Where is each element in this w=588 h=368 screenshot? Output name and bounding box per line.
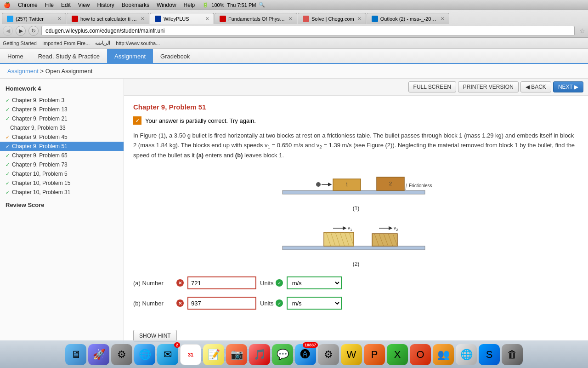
input-b-number[interactable] <box>187 297 256 310</box>
tab-close-fundamentals[interactable]: ✕ <box>288 16 292 21</box>
tab-close-wileyplus[interactable]: ✕ <box>205 16 209 21</box>
check-green-icon: ✓ <box>6 153 10 159</box>
menu-help[interactable]: Help <box>184 2 195 8</box>
tab-calculator[interactable]: how to set calculator ti 8... ✕ <box>67 13 149 24</box>
dock-notes[interactable]: 📝 <box>203 344 224 365</box>
forward-button[interactable]: ▶ <box>16 26 26 36</box>
menu-bookmarks[interactable]: Bookmarks <box>122 2 149 8</box>
dock-app1[interactable]: O <box>410 344 431 365</box>
dock-word[interactable]: W <box>341 344 362 365</box>
menu-file[interactable]: File <box>45 2 54 8</box>
nav-read-study[interactable]: Read, Study & Practice <box>31 49 107 63</box>
reload-button[interactable]: ↻ <box>28 26 39 36</box>
sidebar-item-ch10p5[interactable]: ✓ Chapter 10, Problem 5 <box>0 169 124 178</box>
breadcrumb-separator: > <box>40 68 45 75</box>
dock-safari[interactable]: 🌐 <box>134 344 155 365</box>
review-score-label: Review Score <box>0 197 124 210</box>
full-screen-button[interactable]: FULL SCREEN <box>408 81 456 92</box>
address-bar[interactable]: edugen.wileyplus.com/edugen/student/main… <box>41 26 575 36</box>
tab-twitter[interactable]: (257) Twitter ✕ <box>2 13 66 24</box>
tab-fundamentals[interactable]: Fundamentals Of Physics... ✕ <box>215 13 297 24</box>
menu-edit[interactable]: Edit <box>61 2 71 8</box>
problem-content: Chapter 9, Problem 51 ✓ Your answer is p… <box>124 96 588 368</box>
bookmark-getting-started[interactable]: Getting Started <box>3 40 37 46</box>
nav-gradebook[interactable]: Gradebook <box>153 49 197 63</box>
input-b-units-select[interactable]: m/s km/s ft/s <box>287 297 342 310</box>
dock-system-prefs[interactable]: ⚙ <box>318 344 339 365</box>
sidebar-item-ch9p51[interactable]: ✓ Chapter 9, Problem 51 <box>0 142 124 151</box>
tab-close-twitter[interactable]: ✕ <box>57 16 61 21</box>
bookmark-southal[interactable]: http://www.southa... <box>116 40 160 46</box>
dock-powerpoint[interactable]: P <box>364 344 385 365</box>
fundamentals-icon <box>220 16 226 22</box>
input-a-number[interactable] <box>187 276 256 289</box>
sidebar-item-ch9p21[interactable]: ✓ Chapter 9, Problem 21 <box>0 114 124 123</box>
status-icon: ✓ <box>133 116 141 125</box>
tab-wileyplus[interactable]: WileyPLUS ✕ <box>150 13 214 24</box>
svg-text:2: 2 <box>389 181 392 186</box>
dock-music[interactable]: 🎵 <box>249 344 270 365</box>
back-button[interactable]: ◀ <box>3 26 13 36</box>
dock-excel[interactable]: X <box>387 344 408 365</box>
menu-history[interactable]: History <box>97 2 114 8</box>
bookmark-arabic[interactable]: الرياضة <box>95 40 110 46</box>
dock-chrome[interactable]: 🌐 <box>456 344 477 365</box>
bookmark-star-icon[interactable]: ☆ <box>579 27 585 34</box>
menu-view[interactable]: View <box>78 2 90 8</box>
dock-mail-badge: 2 <box>174 342 180 348</box>
svg-line-8 <box>406 184 407 190</box>
tab-close-chegg[interactable]: ✕ <box>357 16 361 21</box>
sidebar-item-ch9p73[interactable]: ✓ Chapter 9, Problem 73 <box>0 160 124 169</box>
svg-text:v2: v2 <box>394 225 398 232</box>
input-a-units-select[interactable]: m/s km/s ft/s <box>287 276 342 289</box>
menu-chrome[interactable]: Chrome <box>18 2 38 8</box>
figure2-label: (2) <box>278 261 434 267</box>
sidebar-item-ch10p31[interactable]: ✓ Chapter 10, Problem 31 <box>0 188 124 197</box>
tab-outlook[interactable]: Outlook (2) - msa-_-200... ✕ <box>367 13 449 24</box>
tab-close-outlook[interactable]: ✕ <box>441 16 444 21</box>
dock-photos[interactable]: 📷 <box>226 344 247 365</box>
bookmark-imported[interactable]: Imported From Fire... <box>42 40 90 46</box>
dock-finder[interactable]: 🖥 <box>65 344 86 365</box>
browser-nav: ◀ ▶ ↻ edugen.wileyplus.com/edugen/studen… <box>0 24 588 38</box>
answer-status: ✓ Your answer is partially correct. Try … <box>133 116 579 125</box>
dock-skype[interactable]: S <box>479 344 500 365</box>
input-a-ok-icon: ✓ <box>276 279 283 287</box>
status-message: Your answer is partially correct. Try ag… <box>145 117 256 124</box>
input-a-units-label: Units <box>260 280 274 287</box>
tab-chegg[interactable]: Solve | Chegg.com ✕ <box>298 13 366 24</box>
svg-point-5 <box>316 182 321 187</box>
input-b-error-icon: ✕ <box>176 299 184 307</box>
dock-calendar[interactable]: 31 <box>180 344 201 365</box>
figure2-svg: v1 v2 <box>278 221 434 258</box>
input-row-a: (a) Number ✕ Units ✓ m/s km/s ft/s <box>133 276 579 289</box>
check-green-icon: ✓ <box>6 107 10 113</box>
nav-home[interactable]: Home <box>0 49 31 63</box>
sidebar-item-ch9p13[interactable]: ✓ Chapter 9, Problem 13 <box>0 105 124 114</box>
tab-close-calculator[interactable]: ✕ <box>141 16 144 21</box>
dock-messages[interactable]: 💬 <box>272 344 293 365</box>
sidebar-item-ch10p15[interactable]: ✓ Chapter 10, Problem 15 <box>0 178 124 188</box>
dock-preferences[interactable]: ⚙ <box>111 344 132 365</box>
printer-version-button[interactable]: PRINTER VERSION <box>458 81 519 92</box>
nav-assignment[interactable]: Assignment <box>107 49 153 63</box>
figure1-svg: 1 2 Frictionless <box>278 170 434 202</box>
sidebar-item-ch9p65[interactable]: ✓ Chapter 9, Problem 65 <box>0 151 124 160</box>
dock-appstore[interactable]: 🅐 10837 <box>295 344 316 365</box>
sidebar-item-ch9p45[interactable]: ✓ Chapter 9, Problem 45 <box>0 132 124 142</box>
problem-text: In Figure (1), a 3.50 g bullet is fired … <box>133 131 579 161</box>
svg-rect-9 <box>283 246 425 250</box>
check-green-icon: ✓ <box>6 171 10 177</box>
menu-window[interactable]: Window <box>157 2 176 8</box>
back-button[interactable]: ◀ BACK <box>520 81 551 92</box>
dock-mail[interactable]: ✉ 2 <box>157 344 178 365</box>
figures-area: 1 2 Frictionless <box>133 170 579 267</box>
sidebar-item-ch9p33[interactable]: Chapter 9, Problem 33 <box>0 123 124 132</box>
dock-launchpad[interactable]: 🚀 <box>88 344 109 365</box>
apple-icon[interactable]: 🍎 <box>4 2 11 8</box>
breadcrumb-parent[interactable]: Assignment <box>7 68 39 75</box>
sidebar-item-ch9p3[interactable]: ✓ Chapter 9, Problem 3 <box>0 96 124 105</box>
dock-trash[interactable]: 🗑 <box>502 344 523 365</box>
next-button[interactable]: NEXT ▶ <box>553 81 583 92</box>
dock-people[interactable]: 👥 <box>433 344 454 365</box>
